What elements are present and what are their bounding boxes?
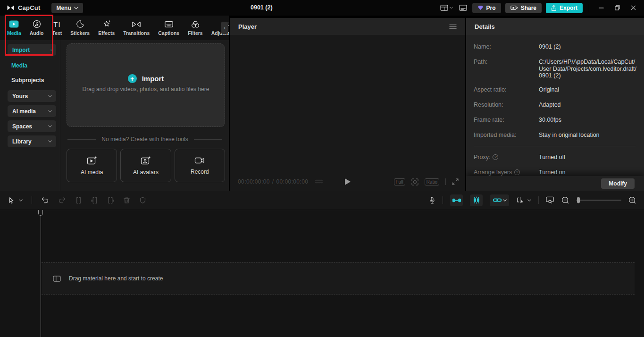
media-icon <box>9 20 19 28</box>
player-menu-icon[interactable] <box>449 24 457 29</box>
share-button[interactable]: Share <box>505 3 542 13</box>
tools-divider-label: No media? Create with these tools <box>101 136 188 143</box>
modify-button[interactable]: Modify <box>601 178 635 189</box>
play-button[interactable] <box>345 178 351 185</box>
chevron-down-icon <box>48 140 52 143</box>
tab-audio[interactable]: Audio <box>25 20 48 36</box>
sidebar-item-label: Library <box>12 138 32 145</box>
detail-value: 0901 (2) <box>539 42 637 51</box>
zoom-fit-icon[interactable] <box>411 178 418 185</box>
ratio-button[interactable]: Ratio <box>425 178 439 185</box>
sidebar-item-label: AI media <box>12 108 36 115</box>
sidebar-item-media[interactable]: Media <box>11 62 60 69</box>
tab-label: Transitions <box>123 30 150 36</box>
detail-row-path: Path: C:/Users/HP/AppData/Local/CapCut/U… <box>474 58 638 79</box>
tab-transitions[interactable]: Transitions <box>119 20 154 36</box>
zoom-in-button[interactable] <box>628 196 636 204</box>
delete-left-button[interactable] <box>91 197 98 204</box>
record-card[interactable]: Record <box>175 149 225 182</box>
detail-label: Path: <box>474 58 539 79</box>
import-dropzone[interactable]: + Import Drag and drop videos, photos, a… <box>67 43 225 127</box>
import-label: Import <box>142 75 164 83</box>
zoom-out-button[interactable] <box>561 196 569 204</box>
playhead-handle[interactable] <box>38 210 43 216</box>
player-controls: 00:00:00:00 / 00:00:00:00 Full Ratio <box>230 173 465 191</box>
sidebar-item-library[interactable]: Library <box>8 135 56 147</box>
slider-track[interactable] <box>576 200 621 201</box>
detail-row-frame-rate: Frame rate: 30.00fps <box>474 116 638 125</box>
pro-button[interactable]: Pro <box>472 3 501 13</box>
timeline-zoom-slider[interactable] <box>576 200 621 201</box>
preview-axis-button[interactable] <box>516 196 531 204</box>
minimize-button[interactable] <box>595 5 607 10</box>
help-icon[interactable]: ? <box>514 169 520 175</box>
chevron-right-icon: › <box>224 25 225 31</box>
restore-button[interactable] <box>611 5 623 10</box>
tab-text[interactable]: TI Text <box>48 20 67 36</box>
tab-captions[interactable]: Captions <box>154 20 184 36</box>
tab-overflow-button[interactable]: › <box>221 22 228 34</box>
time-separator: / <box>272 178 274 185</box>
import-action[interactable]: + Import <box>128 74 164 83</box>
ai-media-card[interactable]: AI media <box>67 149 117 182</box>
divider-line <box>194 139 222 140</box>
player-viewport <box>230 35 465 173</box>
undo-button[interactable] <box>41 197 49 203</box>
media-sidebar: Import › Media Subprojects Yours AI medi… <box>0 40 60 191</box>
capcut-logo: CapCut <box>7 4 40 11</box>
layout-mode-button[interactable] <box>439 4 454 12</box>
player-view-controls: Full Ratio <box>394 173 459 191</box>
menu-button[interactable]: Menu <box>51 3 83 13</box>
delete-button[interactable] <box>123 197 130 204</box>
sidebar-item-ai-media[interactable]: AI media <box>8 105 56 117</box>
divider-line <box>67 139 96 140</box>
select-tool-button[interactable] <box>8 197 23 204</box>
voiceover-mic-button[interactable] <box>429 196 435 204</box>
current-time: 00:00:00:00 <box>238 178 270 185</box>
close-button[interactable] <box>627 5 639 10</box>
timeline-view-tools <box>429 194 636 206</box>
timeline-area[interactable]: Drag material here and start to create <box>0 210 644 337</box>
export-button[interactable]: Export <box>546 3 583 13</box>
details-title: Details <box>475 23 495 30</box>
ai-avatars-card[interactable]: AI avatars <box>120 149 171 182</box>
chevron-down-icon <box>19 199 23 202</box>
split-button[interactable] <box>75 197 82 204</box>
sidebar-item-spaces[interactable]: Spaces <box>8 120 56 132</box>
sidebar-item-label: Yours <box>12 93 28 100</box>
auto-snap-toggle[interactable] <box>470 194 483 206</box>
filters-icon <box>191 20 200 28</box>
pro-diamond-icon <box>477 5 484 10</box>
sidebar-item-subprojects[interactable]: Subprojects <box>11 76 60 84</box>
sidebar-item-import[interactable]: Import › <box>8 44 56 56</box>
tab-label: Text <box>52 30 62 36</box>
tool-card-label: AI media <box>81 169 103 176</box>
tab-stickers[interactable]: Stickers <box>66 20 94 36</box>
fullscreen-icon[interactable] <box>452 178 459 185</box>
linking-toggle[interactable] <box>490 194 509 206</box>
tab-effects[interactable]: Effects <box>94 20 119 36</box>
help-icon[interactable]: ? <box>493 154 498 160</box>
mask-shield-button[interactable] <box>139 197 146 204</box>
tools-divider: No media? Create with these tools <box>67 136 222 143</box>
detail-row-name: Name: 0901 (2) <box>474 42 638 51</box>
details-footer: Modify <box>466 176 644 191</box>
tab-media[interactable]: Media <box>3 20 25 36</box>
main-track-magnet-toggle[interactable] <box>450 194 463 206</box>
media-panel: Media Audio TI Text Stickers <box>0 16 229 191</box>
controls-separator <box>445 178 446 185</box>
slider-thumb[interactable] <box>577 197 580 203</box>
tab-filters[interactable]: Filters <box>184 20 207 36</box>
media-content: + Import Drag and drop videos, photos, a… <box>60 40 229 191</box>
full-preview-button[interactable]: Full <box>394 178 405 185</box>
sidebar-item-yours[interactable]: Yours <box>8 90 56 102</box>
tab-label: Media <box>7 30 21 36</box>
tab-label: Effects <box>98 30 115 36</box>
empty-track-dropzone[interactable]: Drag material here and start to create <box>42 262 635 295</box>
render-preview-button[interactable] <box>546 196 554 204</box>
redo-button[interactable] <box>58 197 66 203</box>
playhead-line[interactable] <box>41 210 41 337</box>
delete-right-button[interactable] <box>107 197 114 204</box>
details-divider <box>474 146 636 146</box>
caption-panel-button[interactable] <box>458 4 468 12</box>
